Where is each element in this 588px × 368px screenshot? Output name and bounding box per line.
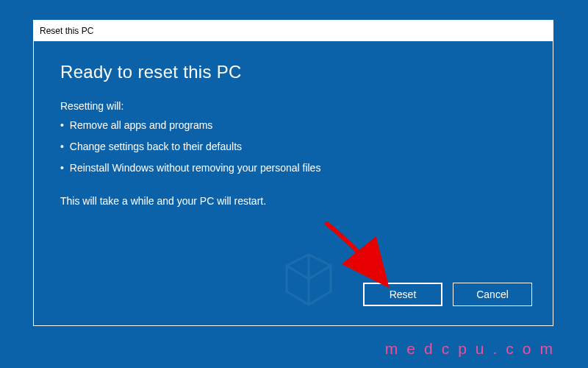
reset-pc-dialog: Reset this PC Ready to reset this PC Res…	[33, 20, 553, 326]
titlebar: Reset this PC	[34, 21, 553, 41]
list-item: Remove all apps and programs	[60, 118, 526, 133]
restart-note: This will take a while and your PC will …	[60, 194, 526, 209]
dialog-heading: Ready to reset this PC	[60, 62, 526, 82]
watermark-footer: medcpu.com	[385, 340, 562, 358]
list-item: Change settings back to their defaults	[60, 139, 526, 155]
list-item: Reinstall Windows without removing your …	[60, 160, 526, 176]
reset-actions-list: Remove all apps and programs Change sett…	[60, 118, 526, 176]
reset-button[interactable]: Reset	[363, 283, 442, 306]
resetting-will-label: Resetting will:	[60, 100, 526, 112]
cancel-button[interactable]: Cancel	[453, 283, 532, 306]
dialog-content: Ready to reset this PC Resetting will: R…	[34, 41, 553, 224]
titlebar-text: Reset this PC	[40, 26, 93, 36]
button-row: Reset Cancel	[363, 283, 532, 306]
